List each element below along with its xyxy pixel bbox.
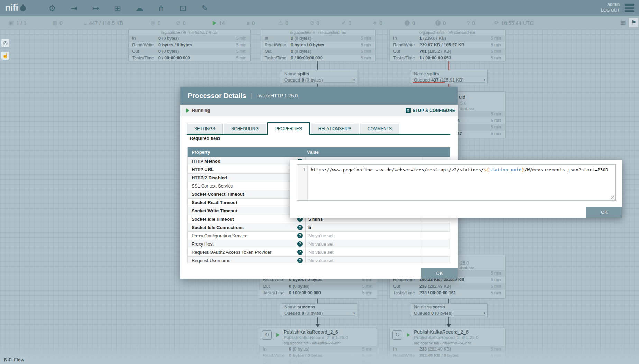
processor-bundle-fragment: dard-nar bbox=[460, 107, 474, 111]
help-icon[interactable] bbox=[297, 258, 303, 263]
help-icon[interactable] bbox=[297, 233, 303, 238]
property-value[interactable]: 5 bbox=[306, 223, 422, 231]
status-stopped: ■0 bbox=[247, 16, 255, 29]
dialog-subtitle: InvokeHTTP 1.25.0 bbox=[256, 93, 298, 98]
output-port-icon[interactable]: ↦ bbox=[90, 2, 102, 14]
connection-label[interactable]: Name splits Queued 0 (0 bytes) bbox=[281, 70, 357, 84]
status-value: 0 bbox=[285, 20, 288, 26]
property-name: Request Username bbox=[188, 257, 306, 263]
stat-row: Tasks/Time233 / 00:00:00.1615 min bbox=[390, 290, 505, 296]
input-port-icon[interactable]: ⇥ bbox=[68, 2, 80, 14]
processor-node[interactable]: org.apache.nifi - nifi-standard-nar In1 … bbox=[389, 30, 506, 61]
status-value: 1 / 1 bbox=[16, 20, 26, 26]
bulletin-board-icon[interactable]: ⚑ bbox=[629, 18, 638, 27]
stat-label: Out bbox=[393, 48, 400, 55]
status-value: 0 bbox=[472, 20, 475, 26]
processor-node[interactable]: org.apache.nifi - nifi-standard-nar In0 … bbox=[261, 30, 376, 61]
sync-failure-icon: ? bbox=[467, 20, 470, 26]
stale-icon: ↑ bbox=[405, 20, 410, 26]
remote-process-group-icon[interactable]: ☁ bbox=[133, 2, 145, 14]
property-value[interactable]: No value set bbox=[306, 240, 422, 248]
nifi-logo-text: nifi bbox=[5, 2, 18, 13]
processor-type: PublishKafkaRecord_2_6 1.25.0 bbox=[414, 335, 478, 340]
nifi-logo: nifi bbox=[5, 2, 26, 13]
stat-period: 5 min bbox=[491, 55, 501, 61]
connection-label[interactable]: Name success Queued 0 (0 bytes) bbox=[411, 303, 488, 317]
stat-value: 701 (185.27 KB) bbox=[419, 48, 451, 55]
running-state-icon bbox=[407, 333, 410, 337]
help-icon[interactable] bbox=[297, 241, 303, 247]
processor-node[interactable]: org.apache.nifi - nifi-kafka-2-6-nar In0… bbox=[128, 30, 251, 61]
processor-icon[interactable]: ⚙ bbox=[46, 2, 58, 14]
operate-palette-icon[interactable]: ☝ bbox=[1, 52, 9, 60]
table-row: Request UsernameNo value set bbox=[188, 257, 450, 263]
stat-row: Out0 (0 bytes)5 min bbox=[129, 48, 250, 55]
connection-name: Name splits bbox=[281, 70, 357, 77]
property-name: SSL Context Service bbox=[188, 182, 306, 190]
property-extra-cell bbox=[422, 257, 450, 263]
connection-queued: Queued 0 (0 bytes) bbox=[281, 310, 357, 316]
user-area: admin LOG OUT bbox=[601, 2, 620, 13]
stat-label: In bbox=[393, 35, 397, 42]
property-extra-cell bbox=[422, 232, 450, 240]
tab-properties[interactable]: PROPERTIES bbox=[267, 122, 310, 135]
resize-handle-icon[interactable] bbox=[611, 195, 615, 200]
property-extra-cell bbox=[422, 240, 450, 248]
column-value: Value bbox=[307, 150, 319, 155]
connection-arrow-icon bbox=[447, 324, 451, 327]
property-name: Socket Idle Connections bbox=[188, 223, 306, 231]
editor-ok-button[interactable]: OK bbox=[586, 207, 622, 218]
running-state-icon bbox=[186, 108, 189, 113]
stat-period: 5 min bbox=[491, 48, 501, 55]
stat-row: Out233 (282.49 KB)5 min bbox=[390, 283, 505, 290]
dialog-ok-button[interactable]: OK bbox=[421, 268, 458, 279]
running-state-icon bbox=[276, 333, 280, 337]
table-row: Proxy HostNo value set bbox=[188, 240, 450, 248]
processor-bundle: org.apache.nifi - nifi-standard-nar bbox=[390, 30, 505, 35]
table-header: Property Value bbox=[188, 147, 450, 157]
global-menu-icon[interactable] bbox=[625, 4, 634, 14]
connection-label[interactable]: Name success Queued 0 (0 bytes) bbox=[281, 303, 357, 317]
template-icon[interactable]: ⊡ bbox=[177, 2, 189, 14]
stat-period: 5 min bbox=[491, 277, 501, 283]
process-group-icon[interactable]: ⊞ bbox=[112, 2, 123, 14]
stat-period: 5 min bbox=[491, 283, 501, 290]
stat-label: Tasks/Time bbox=[265, 55, 286, 61]
property-value[interactable]: No value set bbox=[306, 232, 422, 240]
object-threshold-bar bbox=[413, 315, 445, 316]
connection-label[interactable]: Name splits Queued 437 (115.91 KB) bbox=[411, 70, 488, 84]
refresh-status[interactable]: ⟳16:55:44 UTC bbox=[494, 16, 534, 29]
help-icon[interactable] bbox=[297, 225, 303, 230]
refresh-icon[interactable]: ⟳ bbox=[494, 20, 499, 26]
title-separator: | bbox=[250, 92, 252, 99]
label-icon[interactable]: ✎ bbox=[199, 2, 211, 14]
stopped-icon: ■ bbox=[247, 20, 250, 26]
bottom-fade bbox=[0, 345, 639, 364]
logout-link[interactable]: LOG OUT bbox=[601, 8, 620, 13]
stop-and-configure-button[interactable]: STOP & CONFIGURE bbox=[406, 108, 455, 113]
funnel-icon[interactable]: ⋔ bbox=[155, 2, 167, 14]
navigate-palette-icon[interactable]: ◎ bbox=[1, 39, 9, 47]
stat-period: 5 min bbox=[236, 48, 246, 55]
size-threshold-bar bbox=[323, 315, 355, 316]
status-value: 0 bbox=[183, 20, 186, 26]
up-to-date-icon: ✔ bbox=[342, 20, 346, 26]
stat-period: 5 min bbox=[361, 48, 371, 55]
help-icon[interactable] bbox=[297, 250, 303, 255]
property-value[interactable]: No value set bbox=[306, 257, 422, 263]
stat-period: 5 min bbox=[491, 35, 501, 42]
processor-title-fragment: uid bbox=[459, 94, 465, 100]
object-threshold-bar bbox=[283, 315, 315, 316]
tab-settings[interactable]: SETTINGS bbox=[187, 124, 223, 134]
stat-period: 5 min bbox=[362, 290, 372, 296]
status-value: 0 bbox=[252, 20, 255, 26]
birdseye-toggle-icon[interactable]: ▦ bbox=[618, 18, 628, 27]
status-value: 447 / 118.5 KB bbox=[89, 20, 123, 26]
tab-comments[interactable]: COMMENTS bbox=[360, 124, 399, 134]
tab-scheduling[interactable]: SCHEDULING bbox=[224, 124, 266, 134]
value-editor-input[interactable]: https://www.pegelonline.wsv.de/webservic… bbox=[308, 165, 615, 200]
property-value[interactable]: No value set bbox=[306, 248, 422, 256]
tab-relationships[interactable]: RELATIONSHIPS bbox=[311, 124, 359, 134]
breadcrumb[interactable]: NiFi Flow bbox=[4, 357, 24, 362]
stat-row: Out0 (0 bytes)5 min bbox=[261, 48, 375, 55]
